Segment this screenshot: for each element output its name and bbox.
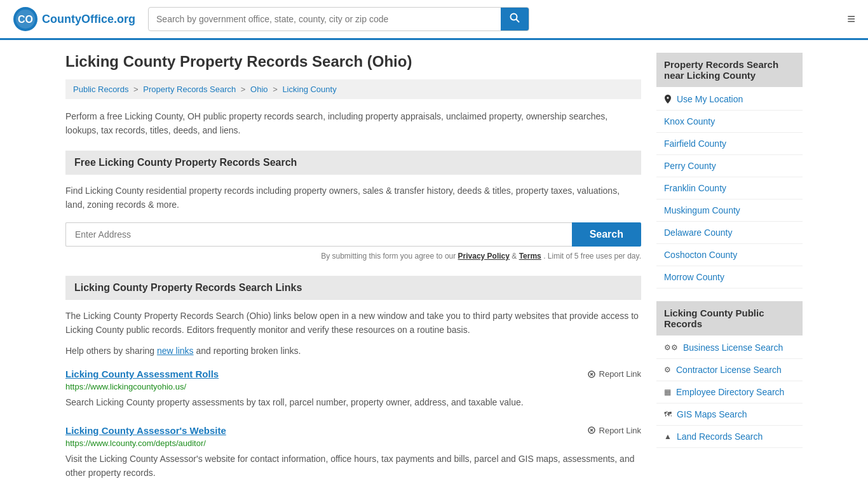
svg-point-3 bbox=[511, 14, 517, 20]
header-search-button[interactable] bbox=[501, 8, 529, 30]
svg-line-4 bbox=[517, 20, 520, 23]
coshocton-county-link[interactable]: Coshocton County bbox=[664, 250, 737, 260]
morrow-county-link[interactable]: Morrow County bbox=[664, 272, 724, 282]
sidebar-item-gis-maps[interactable]: 🗺 GIS Maps Search bbox=[656, 403, 803, 426]
page-title: Licking County Property Records Search (… bbox=[65, 53, 641, 71]
report-link-1[interactable]: Report Link bbox=[587, 369, 641, 379]
record-link-desc-2: Visit the Licking County Assessor's webs… bbox=[65, 452, 641, 480]
terms-link[interactable]: Terms bbox=[519, 252, 541, 261]
search-button[interactable]: Search bbox=[572, 222, 641, 247]
logo-icon: CO bbox=[13, 6, 38, 32]
fairfield-county-link[interactable]: Fairfield County bbox=[664, 139, 726, 149]
business-license-icon: ⚙⚙ bbox=[664, 343, 678, 352]
use-my-location-item[interactable]: Use My Location bbox=[656, 88, 803, 111]
breadcrumb-property-records-search[interactable]: Property Records Search bbox=[143, 85, 236, 94]
record-link-title-row-2: Licking County Assessor's Website Report… bbox=[65, 425, 641, 436]
new-links-link[interactable]: new links bbox=[157, 346, 194, 356]
sidebar-item-coshocton[interactable]: Coshocton County bbox=[656, 244, 803, 266]
sidebar-nearby-section: Property Records Search near Licking Cou… bbox=[656, 53, 803, 288]
record-link-desc-1: Search Licking County property assessmen… bbox=[65, 395, 641, 409]
muskingum-county-link[interactable]: Muskingum County bbox=[664, 205, 740, 215]
header: CO CountyOffice.org ≡ bbox=[0, 0, 868, 40]
logo[interactable]: CO CountyOffice.org bbox=[13, 6, 135, 32]
report-icon-2 bbox=[587, 426, 596, 435]
header-search-bar bbox=[148, 7, 529, 31]
knox-county-link[interactable]: Knox County bbox=[664, 116, 715, 126]
contractor-license-icon: ⚙ bbox=[664, 365, 671, 374]
sidebar: Property Records Search near Licking Cou… bbox=[656, 53, 803, 488]
breadcrumb-public-records[interactable]: Public Records bbox=[73, 85, 128, 94]
main-content: Licking County Property Records Search (… bbox=[65, 53, 641, 488]
sidebar-item-muskingum[interactable]: Muskingum County bbox=[656, 200, 803, 222]
sidebar-item-fairfield[interactable]: Fairfield County bbox=[656, 133, 803, 155]
form-disclaimer: By submitting this form you agree to our… bbox=[65, 252, 641, 261]
header-search-input[interactable] bbox=[149, 9, 501, 29]
assessment-rolls-link[interactable]: Licking County Assessment Rolls bbox=[65, 369, 219, 379]
land-records-icon: ▲ bbox=[664, 432, 672, 441]
report-icon bbox=[587, 370, 596, 379]
location-icon bbox=[664, 95, 672, 104]
new-links-text: Help others by sharing new links and rep… bbox=[65, 346, 641, 356]
links-section-desc: The Licking County Property Records Sear… bbox=[65, 309, 641, 337]
delaware-county-link[interactable]: Delaware County bbox=[664, 227, 732, 238]
menu-button[interactable]: ≡ bbox=[847, 11, 855, 27]
business-license-link[interactable]: Business License Search bbox=[683, 342, 783, 353]
page-description: Perform a free Licking County, OH public… bbox=[65, 109, 641, 138]
page-body: Licking County Property Records Search (… bbox=[53, 40, 815, 488]
links-section-header: Licking County Property Records Search L… bbox=[65, 276, 641, 300]
address-input[interactable] bbox=[65, 222, 572, 247]
sidebar-public-records-section: Licking County Public Records ⚙⚙ Busines… bbox=[656, 301, 803, 448]
record-link-item: Licking County Assessor's Website Report… bbox=[65, 425, 641, 480]
free-search-header: Free Licking County Property Records Sea… bbox=[65, 151, 641, 175]
sidebar-item-business-license[interactable]: ⚙⚙ Business License Search bbox=[656, 337, 803, 359]
sidebar-item-contractor-license[interactable]: ⚙ Contractor License Search bbox=[656, 359, 803, 381]
public-records-header: Licking County Public Records bbox=[656, 301, 803, 336]
privacy-policy-link[interactable]: Privacy Policy bbox=[458, 252, 510, 261]
land-records-link[interactable]: Land Records Search bbox=[677, 431, 763, 442]
sidebar-item-knox[interactable]: Knox County bbox=[656, 111, 803, 133]
report-link-2[interactable]: Report Link bbox=[587, 426, 641, 435]
record-link-title-row: Licking County Assessment Rolls Report L… bbox=[65, 369, 641, 379]
sidebar-item-morrow[interactable]: Morrow County bbox=[656, 266, 803, 288]
employee-directory-link[interactable]: Employee Directory Search bbox=[676, 387, 784, 397]
sidebar-item-employee-directory[interactable]: ▦ Employee Directory Search bbox=[656, 381, 803, 403]
sidebar-item-land-records[interactable]: ▲ Land Records Search bbox=[656, 426, 803, 448]
sidebar-item-franklin[interactable]: Franklin County bbox=[656, 177, 803, 200]
logo-text: CountyOffice.org bbox=[42, 13, 135, 26]
breadcrumb-licking-county[interactable]: Licking County bbox=[282, 85, 336, 94]
record-link-item: Licking County Assessment Rolls Report L… bbox=[65, 369, 641, 409]
address-search-row: Search bbox=[65, 222, 641, 247]
gis-maps-link[interactable]: GIS Maps Search bbox=[677, 409, 747, 419]
sidebar-item-delaware[interactable]: Delaware County bbox=[656, 222, 803, 244]
assessor-website-link[interactable]: Licking County Assessor's Website bbox=[65, 425, 226, 436]
nearby-section-header: Property Records Search near Licking Cou… bbox=[656, 53, 803, 87]
franklin-county-link[interactable]: Franklin County bbox=[664, 183, 726, 193]
breadcrumb: Public Records > Property Records Search… bbox=[65, 79, 641, 99]
use-my-location-link[interactable]: Use My Location bbox=[677, 94, 743, 104]
search-icon bbox=[510, 13, 520, 23]
employee-directory-icon: ▦ bbox=[664, 388, 671, 396]
record-link-url-2[interactable]: https://www.lcounty.com/depts/auditor/ bbox=[65, 438, 641, 448]
links-section: Licking County Property Records Search L… bbox=[65, 276, 641, 480]
record-link-url-1[interactable]: https://www.lickingcountyohio.us/ bbox=[65, 382, 641, 391]
svg-text:CO: CO bbox=[18, 14, 33, 25]
breadcrumb-ohio[interactable]: Ohio bbox=[250, 85, 268, 94]
perry-county-link[interactable]: Perry County bbox=[664, 161, 716, 171]
free-search-desc: Find Licking County residential property… bbox=[65, 184, 641, 212]
gis-maps-icon: 🗺 bbox=[664, 410, 672, 419]
contractor-license-link[interactable]: Contractor License Search bbox=[676, 365, 782, 375]
sidebar-item-perry[interactable]: Perry County bbox=[656, 155, 803, 177]
